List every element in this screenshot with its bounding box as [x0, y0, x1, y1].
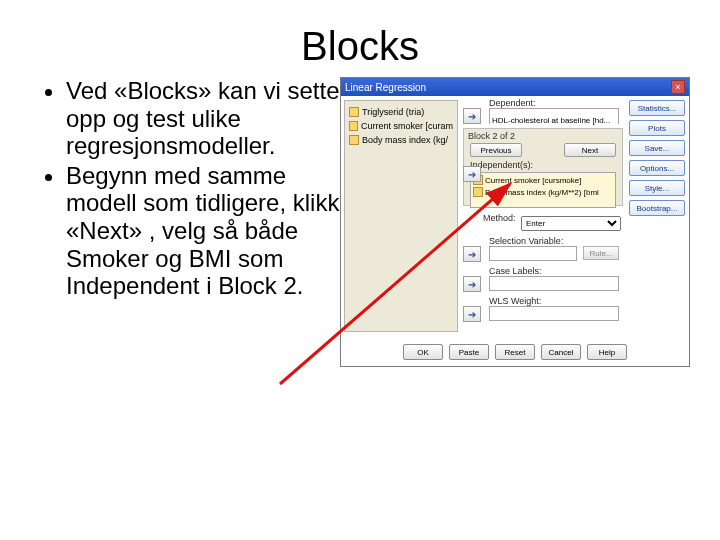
style-button[interactable]: Style...: [629, 180, 685, 196]
scale-var-icon: [349, 121, 358, 131]
dependent-field[interactable]: [489, 108, 619, 124]
move-to-selection-button[interactable]: ➔: [463, 246, 481, 262]
wls-weight-field[interactable]: [489, 306, 619, 321]
method-label: Method:: [483, 213, 516, 223]
variable-item[interactable]: Current smoker [curam: [349, 119, 453, 133]
bullet-item: Begynn med samme modell som tidligere, k…: [66, 162, 344, 300]
dependent-label: Dependent:: [489, 98, 536, 108]
previous-block-button[interactable]: Previous: [470, 143, 522, 157]
bullet-item: Ved «Blocks» kan vi sette opp og test ul…: [66, 77, 344, 160]
move-to-independent-button[interactable]: ➔: [463, 166, 481, 182]
case-labels-field[interactable]: [489, 276, 619, 291]
variable-item[interactable]: Body mass index (kg/: [349, 133, 453, 147]
move-to-caselabels-button[interactable]: ➔: [463, 276, 481, 292]
save-button[interactable]: Save...: [629, 140, 685, 156]
case-labels-label: Case Labels:: [489, 266, 542, 276]
dialog-title: Linear Regression: [345, 82, 426, 93]
block-frame: Block 2 of 2 Previous Next Independent(s…: [463, 128, 623, 206]
dialog-bottom-buttons: OK Paste Reset Cancel Help: [341, 342, 689, 362]
bootstrap-button[interactable]: Bootstrap...: [629, 200, 685, 216]
move-to-wls-button[interactable]: ➔: [463, 306, 481, 322]
slide-title: Blocks: [0, 24, 720, 69]
independent-item[interactable]: Current smoker [cursmoke]: [473, 174, 613, 186]
dialog-screenshot: Linear Regression × Triglyserid (tria) C…: [340, 77, 690, 367]
dialog-titlebar: Linear Regression ×: [341, 78, 689, 96]
bullet-list: Ved «Blocks» kan vi sette opp og test ul…: [44, 77, 344, 302]
paste-button[interactable]: Paste: [449, 344, 489, 360]
side-button-column: Statistics... Plots Save... Options... S…: [629, 100, 685, 216]
dependent-input[interactable]: [490, 114, 618, 128]
independent-item[interactable]: Body mass index (kg/M**2) [bmi: [473, 186, 613, 198]
block-counter-label: Block 2 of 2: [464, 129, 622, 143]
options-button[interactable]: Options...: [629, 160, 685, 176]
scale-var-icon: [349, 135, 359, 145]
selection-variable-label: Selection Variable:: [489, 236, 563, 246]
method-select-wrap[interactable]: Enter: [521, 212, 621, 227]
statistics-button[interactable]: Statistics...: [629, 100, 685, 116]
cancel-button[interactable]: Cancel: [541, 344, 581, 360]
reset-button[interactable]: Reset: [495, 344, 535, 360]
independent-label: Independent(s):: [464, 160, 622, 170]
wls-weight-label: WLS Weight:: [489, 296, 541, 306]
scale-var-icon: [473, 187, 483, 197]
scale-var-icon: [349, 107, 359, 117]
rule-button[interactable]: Rule...: [583, 246, 619, 260]
independent-list[interactable]: Current smoker [cursmoke] Body mass inde…: [470, 172, 616, 208]
selection-variable-field[interactable]: [489, 246, 577, 261]
next-block-button[interactable]: Next: [564, 143, 616, 157]
method-select[interactable]: Enter: [521, 216, 621, 231]
close-icon[interactable]: ×: [671, 80, 685, 94]
move-to-dependent-button[interactable]: ➔: [463, 108, 481, 124]
plots-button[interactable]: Plots: [629, 120, 685, 136]
variable-list-pane[interactable]: Triglyserid (tria) Current smoker [curam…: [344, 100, 458, 332]
help-button[interactable]: Help: [587, 344, 627, 360]
variable-item[interactable]: Triglyserid (tria): [349, 105, 453, 119]
ok-button[interactable]: OK: [403, 344, 443, 360]
